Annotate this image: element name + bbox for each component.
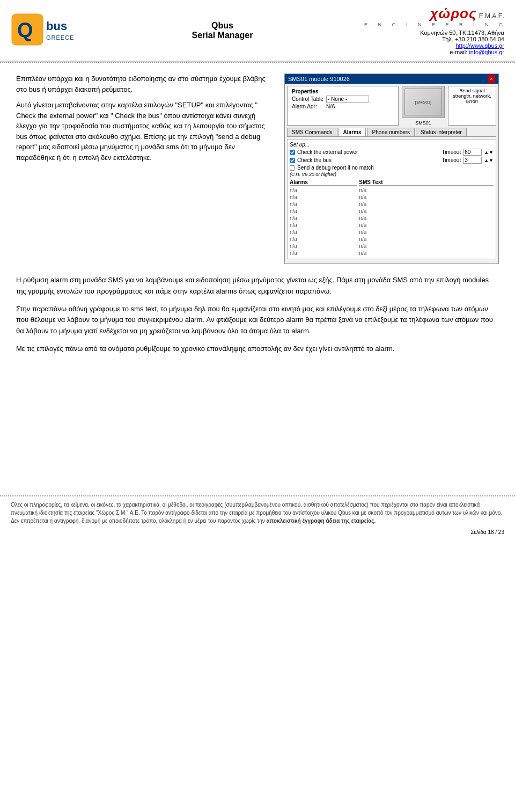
top-section: Επιπλέον υπάρχει και η δυνατότητα ειδοπο…: [16, 74, 499, 264]
sms-row-5: n/a: [359, 215, 494, 222]
check-bus-checkbox[interactable]: [290, 158, 295, 163]
alarm-row-3: n/a: [290, 201, 357, 208]
paragraph3: Στην παραπάνω οθόνη γράφουμε το sms text…: [16, 304, 499, 337]
page-header: Q bus GREECE Qbus Serial Manager χώρος Ε…: [0, 0, 515, 62]
alarm-row-10: n/a: [290, 250, 357, 257]
xoros-logo: χώρος Ε.Μ.Α.Ε. E · N · G · I · N · E · E…: [364, 5, 504, 28]
sms-row-7: n/a: [359, 229, 494, 236]
sms01-dialog: SMS01 module 910026 × Properties Control…: [284, 74, 499, 264]
sms-text-col-header: SMS Text: [359, 179, 494, 186]
timeout-label-1: Timeout: [442, 149, 461, 155]
bottom-text-area: Η ρύθμιση alarm στη μονάδα SMS για να λα…: [16, 275, 499, 355]
footer-bold: αποκλειστική έγγραφη άδεια της εταιρείας…: [267, 518, 376, 524]
alarm-row-4: n/a: [290, 208, 357, 215]
dialog-titlebar: SMS01 module 910026 ×: [285, 74, 498, 84]
alarms-col-header: Alarms: [290, 179, 357, 186]
svg-text:Q: Q: [17, 19, 33, 41]
alarm-row-2: n/a: [290, 194, 357, 201]
control-table-row: Control Table - None -: [292, 96, 394, 103]
debug-report-row: Send a debug report if no match: [290, 165, 494, 171]
alarms-left-col: Alarms n/a n/a n/a n/a n/a n/a n/a n/a n…: [290, 179, 357, 257]
sms-commands-area: Set up... Check the external power Timeo…: [287, 139, 496, 259]
qbus-logo-area: Q bus GREECE: [11, 13, 80, 48]
tab-sms-commands[interactable]: SMS Commands: [287, 128, 337, 136]
alarm-row-7: n/a: [290, 229, 357, 236]
timeout-arrows-1: ▲▼: [484, 150, 494, 155]
tab-alarms[interactable]: Alarms: [339, 128, 366, 136]
sms-row-3: n/a: [359, 201, 494, 208]
svg-text:bus: bus: [46, 19, 67, 33]
check-external-power-checkbox[interactable]: [290, 150, 295, 155]
title-sub: Serial Manager: [192, 31, 253, 40]
paragraph-detail: Αυτό γίνεται μεταβαίνοντας στην καρτέλα …: [16, 100, 274, 163]
footer-content: Όλες οι πληροφορίες, τα κείμενα, οι εικό…: [0, 496, 515, 529]
tab-status-interpreter[interactable]: Status interpreter: [416, 128, 467, 136]
alarm-adr-row: Alarm Adr: N/A: [292, 104, 394, 109]
sms01-label: SMS01: [415, 120, 431, 126]
alarm-row-6: n/a: [290, 222, 357, 229]
control-table-label: Control Table: [292, 96, 324, 102]
svg-text:GREECE: GREECE: [46, 34, 74, 41]
header-title-area: Qbus Serial Manager: [192, 21, 253, 40]
dialog-top-row: Properties Control Table - None - Alarm …: [287, 86, 496, 126]
email-row: e-mail: info@qbus.gr: [364, 49, 504, 55]
sms-row-10: n/a: [359, 250, 494, 257]
footer-text: Όλες οι πληροφορίες, τα κείμενα, οι εικό…: [11, 501, 504, 525]
properties-box: Properties Control Table - None - Alarm …: [287, 86, 399, 126]
email-label: e-mail:: [450, 49, 467, 55]
alarm-adr-label: Alarm Adr:: [292, 104, 324, 109]
sms01-image: [SMS01]: [402, 86, 445, 118]
title-main: Qbus: [192, 21, 253, 31]
company-name-text: χώρος: [430, 5, 477, 22]
check-external-power-label: Check the external power: [297, 149, 358, 155]
dialog-tabs: SMS Commands Alarms Phone numbers Status…: [287, 128, 496, 137]
sms-row-9: n/a: [359, 243, 494, 250]
left-text-area: Επιπλέον υπάρχει και η δυνατότητα ειδοπο…: [16, 74, 274, 264]
alarms-right-col: SMS Text n/a n/a n/a n/a n/a n/a n/a n/a…: [359, 179, 494, 257]
alarm-row-8: n/a: [290, 236, 357, 243]
dialog-title: SMS01 module 910026: [288, 76, 350, 82]
timeout-arrows-2: ▲▼: [484, 158, 494, 163]
dialog-body: Properties Control Table - None - Alarm …: [285, 84, 498, 264]
tab-phone-numbers[interactable]: Phone numbers: [367, 128, 415, 136]
alarm-row-1: n/a: [290, 187, 357, 194]
address: Κομνηνών 50, ΤΚ:11473, Αθήνα: [364, 30, 504, 36]
qbus-logo: Q bus GREECE: [11, 13, 80, 48]
check-bus-row: Check the bus Timeout ▲▼: [290, 157, 494, 164]
alarms-section: Alarms n/a n/a n/a n/a n/a n/a n/a n/a n…: [290, 179, 494, 257]
alarm-row-5: n/a: [290, 215, 357, 222]
sms-row-4: n/a: [359, 208, 494, 215]
timeout-input-1[interactable]: [463, 149, 482, 156]
spacer: [16, 361, 499, 469]
footer-page: Σελίδα 18 / 23: [470, 529, 504, 535]
sms-row-6: n/a: [359, 222, 494, 229]
sms-row-2: n/a: [359, 194, 494, 201]
dialog-close-button[interactable]: ×: [488, 75, 495, 83]
ctl-note: (CTL V9.30 or higher): [290, 172, 494, 177]
read-signal-text: Read signal strength, network, Error!: [453, 88, 491, 104]
company-emae: Ε.Μ.Α.Ε.: [479, 12, 504, 20]
debug-report-checkbox[interactable]: [290, 165, 295, 171]
main-content: Επιπλέον υπάρχει και η δυνατότητα ειδοπο…: [0, 63, 515, 479]
tel: Τηλ. +30.210.380.54.04: [364, 36, 504, 42]
control-table-dropdown[interactable]: - None -: [326, 96, 369, 103]
debug-report-label: Send a debug report if no match: [297, 165, 374, 171]
read-signal-box: Read signal strength, network, Error!: [448, 86, 496, 126]
paragraph-intro: Επιπλέον υπάρχει και η δυνατότητα ειδοπο…: [16, 74, 274, 94]
email: info@qbus.gr: [469, 49, 504, 55]
sms-row-1: n/a: [359, 187, 494, 194]
address-info: Κομνηνών 50, ΤΚ:11473, Αθήνα Τηλ. +30.21…: [364, 30, 504, 55]
website: http://www.qbus.gr: [455, 42, 504, 49]
website-row: http://www.qbus.gr: [364, 42, 504, 49]
alarm-adr-value: N/A: [326, 104, 335, 109]
setup-title: Set up...: [290, 142, 494, 148]
paragraph2: Η ρύθμιση alarm στη μονάδα SMS για να λα…: [16, 275, 499, 297]
sms-row-8: n/a: [359, 236, 494, 243]
footer-bottom: Σελίδα 18 / 23: [0, 529, 515, 540]
company-info: χώρος Ε.Μ.Α.Ε. E · N · G · I · N · E · E…: [364, 5, 504, 55]
company-subtitle: E · N · G · I · N · E · E · R · I · N · …: [364, 22, 504, 27]
paragraph4: Με τις επιλογές πάνω από τα ονόματα ρυθμ…: [16, 343, 499, 355]
timeout-label-2: Timeout: [442, 157, 461, 163]
timeout-input-2[interactable]: [463, 157, 482, 164]
check-bus-label: Check the bus: [297, 157, 332, 163]
